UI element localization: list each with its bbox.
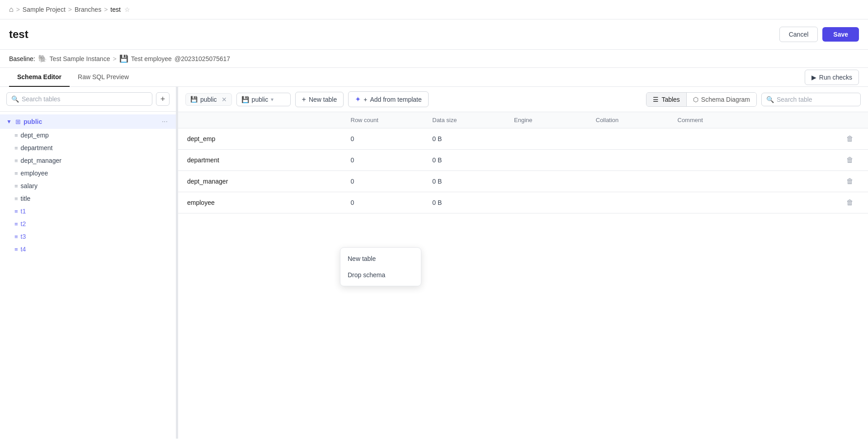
table-row: dept_manager 0 0 B 🗑 bbox=[178, 171, 868, 192]
schema-chip-close-icon[interactable]: ✕ bbox=[222, 96, 227, 103]
search-icon: 🔍 bbox=[766, 96, 774, 103]
sidebar-item-salary[interactable]: ≡ salary bbox=[0, 180, 176, 192]
row-name[interactable]: employee bbox=[187, 199, 351, 206]
row-datasize: 0 B bbox=[432, 135, 514, 142]
table-row: employee 0 0 B 🗑 bbox=[178, 192, 868, 213]
schema-name: public bbox=[24, 118, 157, 125]
col-header-actions bbox=[841, 117, 859, 123]
table-name: dept_manager bbox=[21, 157, 61, 164]
view-tables-button[interactable]: ☰ Tables bbox=[646, 93, 686, 106]
star-icon[interactable]: ☆ bbox=[124, 6, 130, 13]
table-name: t1 bbox=[21, 208, 26, 215]
row-datasize: 0 B bbox=[432, 199, 514, 206]
baseline-db: Test employee bbox=[131, 55, 172, 62]
sidebar-item-t2[interactable]: ≡ t2 bbox=[0, 218, 176, 230]
sep-2: > bbox=[68, 6, 72, 13]
chevron-down-icon: ▾ bbox=[271, 96, 274, 103]
table-name: title bbox=[21, 195, 31, 202]
schema-chip: 💾 public ✕ bbox=[185, 93, 232, 106]
baseline-instance[interactable]: Test Sample Instance bbox=[50, 55, 110, 62]
context-menu-new-table[interactable]: New table bbox=[340, 251, 421, 267]
home-icon[interactable]: ⌂ bbox=[9, 5, 14, 14]
play-icon: ▶ bbox=[811, 74, 816, 81]
row-name[interactable]: dept_emp bbox=[187, 135, 351, 142]
sidebar-item-t3[interactable]: ≡ t3 bbox=[0, 230, 176, 243]
context-menu: New table Drop schema bbox=[340, 247, 421, 286]
schema-chip-label: public bbox=[200, 96, 217, 103]
sidebar-item-dept-emp[interactable]: ≡ dept_emp bbox=[0, 129, 176, 142]
sidebar-item-dept-manager[interactable]: ≡ dept_manager bbox=[0, 154, 176, 167]
table-name: t4 bbox=[21, 246, 26, 253]
sidebar-item-employee[interactable]: ≡ employee bbox=[0, 167, 176, 180]
baseline-bar: Baseline: 🐘 Test Sample Instance > 💾 Tes… bbox=[0, 50, 868, 68]
run-checks-button[interactable]: ▶ Run checks bbox=[805, 70, 859, 85]
new-table-label: New table bbox=[309, 96, 337, 103]
col-header-collation: Collation bbox=[596, 117, 678, 123]
table-name: department bbox=[21, 144, 53, 151]
sidebar-item-department[interactable]: ≡ department bbox=[0, 142, 176, 154]
add-schema-button[interactable]: + bbox=[156, 92, 170, 106]
sidebar: 🔍 + ▼ ⊞ public ··· ≡ dept_emp ≡ departme… bbox=[0, 87, 176, 439]
sidebar-search-input[interactable] bbox=[22, 95, 147, 103]
delete-row-button[interactable]: 🗑 bbox=[841, 199, 859, 207]
view-tables-label: Tables bbox=[661, 96, 679, 103]
sidebar-item-title[interactable]: ≡ title bbox=[0, 192, 176, 205]
db-chip-icon: 💾 bbox=[190, 96, 198, 103]
row-rowcount: 0 bbox=[351, 156, 433, 164]
sidebar-item-t4[interactable]: ≡ t4 bbox=[0, 243, 176, 255]
search-icon: 🔍 bbox=[11, 95, 19, 103]
table-name: employee bbox=[21, 170, 48, 177]
table-icon: ≡ bbox=[14, 157, 18, 164]
template-label: Add from template bbox=[370, 96, 421, 103]
right-panel-header: 💾 public ✕ 💾 public ▾ + New table ✦ + Ad… bbox=[178, 87, 868, 112]
table-header-row: Row count Data size Engine Collation Com… bbox=[178, 112, 868, 128]
db-icon: 💾 bbox=[119, 54, 128, 63]
table-icon: ≡ bbox=[14, 246, 18, 253]
right-search-input[interactable] bbox=[777, 96, 856, 103]
table-row: department 0 0 B 🗑 bbox=[178, 150, 868, 171]
tables-icon: ☰ bbox=[653, 96, 659, 103]
table-name: t3 bbox=[21, 233, 26, 240]
delete-row-button[interactable]: 🗑 bbox=[841, 177, 859, 185]
col-header-datasize: Data size bbox=[432, 117, 514, 123]
col-header-name bbox=[187, 117, 351, 123]
schema-grid-icon: ⊞ bbox=[15, 118, 21, 125]
new-table-button[interactable]: + New table bbox=[295, 92, 344, 107]
sidebar-tree: ▼ ⊞ public ··· ≡ dept_emp ≡ department ≡… bbox=[0, 112, 176, 439]
plus-template-icon: + bbox=[363, 96, 367, 103]
table-name: t2 bbox=[21, 220, 26, 227]
add-from-template-button[interactable]: ✦ + Add from template bbox=[348, 91, 429, 107]
sep-3: > bbox=[104, 6, 108, 13]
context-menu-drop-schema[interactable]: Drop schema bbox=[340, 267, 421, 283]
row-rowcount: 0 bbox=[351, 135, 433, 142]
right-panel: 💾 public ✕ 💾 public ▾ + New table ✦ + Ad… bbox=[178, 87, 868, 439]
cancel-button[interactable]: Cancel bbox=[779, 27, 818, 42]
chevron-down-icon: ▼ bbox=[6, 118, 13, 125]
diagram-icon: ⬡ bbox=[693, 96, 698, 103]
row-name[interactable]: department bbox=[187, 156, 351, 164]
table-area: Row count Data size Engine Collation Com… bbox=[178, 112, 868, 439]
table-row: dept_emp 0 0 B 🗑 bbox=[178, 128, 868, 150]
view-diagram-button[interactable]: ⬡ Schema Diagram bbox=[687, 93, 756, 106]
sidebar-item-t1[interactable]: ≡ t1 bbox=[0, 205, 176, 218]
sidebar-schema-public[interactable]: ▼ ⊞ public ··· bbox=[0, 114, 176, 129]
schema-more-icon[interactable]: ··· bbox=[160, 118, 170, 126]
run-checks-label: Run checks bbox=[819, 74, 852, 81]
save-button[interactable]: Save bbox=[822, 27, 859, 42]
view-diagram-label: Schema Diagram bbox=[701, 96, 750, 103]
delete-row-button[interactable]: 🗑 bbox=[841, 156, 859, 164]
tab-raw-sql[interactable]: Raw SQL Preview bbox=[70, 68, 137, 87]
delete-row-button[interactable]: 🗑 bbox=[841, 135, 859, 143]
breadcrumb-project[interactable]: Sample Project bbox=[23, 6, 66, 13]
breadcrumb-branches[interactable]: Branches bbox=[75, 6, 101, 13]
schema-select[interactable]: 💾 public ▾ bbox=[236, 93, 291, 106]
col-header-engine: Engine bbox=[514, 117, 596, 123]
table-icon: ≡ bbox=[14, 195, 18, 202]
table-icon: ≡ bbox=[14, 145, 18, 151]
table-icon: ≡ bbox=[14, 208, 18, 215]
row-name[interactable]: dept_manager bbox=[187, 178, 351, 185]
tab-schema-editor[interactable]: Schema Editor bbox=[9, 68, 70, 87]
row-datasize: 0 B bbox=[432, 178, 514, 185]
row-datasize: 0 B bbox=[432, 156, 514, 164]
tabs-row: Schema Editor Raw SQL Preview ▶ Run chec… bbox=[0, 68, 868, 87]
